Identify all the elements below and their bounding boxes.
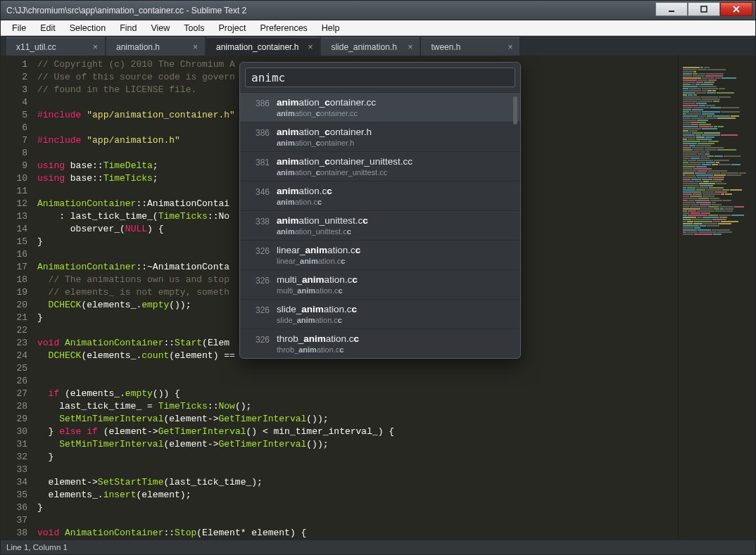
line-number: 21 (1, 312, 27, 324)
result-path: slide_animation.cc (277, 316, 513, 324)
gutter: 1234567891011121314151617181920212223242… (1, 56, 33, 540)
result-text: animation_container.ccanimation_containe… (277, 97, 513, 117)
line-number: 5 (1, 109, 27, 122)
line-number: 19 (1, 286, 27, 299)
result-path: animation_container.h (277, 139, 513, 147)
window-title: C:\JJ\chromium\src\app\animation_contain… (6, 6, 655, 15)
tab-close-icon[interactable]: × (93, 42, 98, 52)
menu-item-tools[interactable]: Tools (177, 22, 211, 34)
code-line (37, 464, 678, 476)
result-text: animation_unittest.ccanimation_unittest.… (277, 215, 513, 236)
goto-result-item[interactable]: 326throb_animation.ccthrob_animation.cc (240, 328, 520, 358)
code-line: } (37, 502, 678, 514)
result-title: animation_unittest.cc (277, 215, 513, 226)
close-button[interactable] (720, 2, 752, 16)
result-text: throb_animation.ccthrob_animation.cc (277, 333, 513, 354)
result-text: multi_animation.ccmulti_animation.cc (277, 274, 513, 295)
goto-result-item[interactable]: 386animation_container.ccanimation_conta… (240, 92, 520, 122)
tab-animation-container-h[interactable]: animation_container.h× (206, 37, 320, 56)
result-path: animation_container_unittest.cc (277, 168, 513, 177)
result-text: animation_container.hanimation_container… (277, 127, 513, 147)
line-number: 26 (1, 375, 27, 388)
menu-item-project[interactable]: Project (212, 22, 253, 34)
svg-rect-0 (669, 11, 674, 12)
tab-animation-h[interactable]: animation.h× (106, 37, 205, 56)
line-number: 9 (1, 160, 27, 172)
result-path: throb_animation.cc (277, 345, 513, 354)
result-path: linear_animation.cc (277, 257, 513, 265)
tab-close-icon[interactable]: × (508, 42, 512, 52)
code-line: last_tick_time_ = TimeTicks::Now(); (37, 400, 678, 413)
line-number: 29 (1, 413, 27, 426)
maximize-button[interactable] (688, 2, 720, 16)
line-number: 35 (1, 489, 27, 502)
result-text: linear_animation.cclinear_animation.cc (277, 245, 513, 265)
line-number: 11 (1, 185, 27, 198)
code-line: element->SetStartTime(last_tick_time_); (37, 476, 678, 489)
line-number: 38 (1, 527, 27, 540)
menu-item-edit[interactable]: Edit (33, 22, 63, 34)
line-number: 8 (1, 147, 27, 160)
result-title: throb_animation.cc (277, 333, 513, 344)
tab-close-icon[interactable]: × (308, 42, 313, 52)
minimap[interactable] (678, 56, 755, 540)
goto-results-list[interactable]: 386animation_container.ccanimation_conta… (240, 92, 520, 358)
goto-result-item[interactable]: 386animation_container.hanimation_contai… (240, 122, 520, 151)
result-score: 346 (246, 186, 270, 197)
line-number: 22 (1, 324, 27, 337)
line-number: 23 (1, 337, 27, 350)
line-number: 32 (1, 451, 27, 464)
goto-result-item[interactable]: 346animation.ccanimation.cc (240, 181, 520, 210)
menu-item-selection[interactable]: Selection (63, 22, 113, 34)
tab-x11-util-cc[interactable]: x11_util.cc× (6, 37, 105, 56)
tab-close-icon[interactable]: × (408, 42, 412, 52)
result-score: 326 (246, 333, 270, 345)
result-title: multi_animation.cc (277, 274, 513, 285)
minimize-button[interactable] (655, 2, 688, 16)
code-line: void AnimationContainer::Stop(Element* e… (37, 527, 678, 540)
goto-result-item[interactable]: 338animation_unittest.ccanimation_unitte… (240, 210, 520, 240)
line-number: 28 (1, 400, 27, 413)
code-line: SetMinTimerInterval(element->GetTimerInt… (37, 438, 678, 451)
code-line: } (37, 451, 678, 464)
result-path: animation.cc (277, 198, 513, 206)
tab-slide-animation-h[interactable]: slide_animation.h× (321, 37, 420, 56)
result-score: 381 (246, 156, 270, 167)
code-line (37, 362, 678, 375)
menu-item-file[interactable]: File (5, 22, 33, 34)
statusbar: Line 1, Column 1 (1, 540, 755, 554)
line-number: 13 (1, 210, 27, 223)
tab-label: animation.h (116, 42, 160, 52)
result-path: multi_animation.cc (277, 286, 513, 295)
goto-result-item[interactable]: 326multi_animation.ccmulti_animation.cc (240, 269, 520, 299)
goto-result-item[interactable]: 326slide_animation.ccslide_animation.cc (240, 299, 520, 328)
result-title: linear_animation.cc (277, 245, 513, 255)
line-number: 10 (1, 172, 27, 185)
menu-item-help[interactable]: Help (315, 22, 347, 34)
tab-label: slide_animation.h (331, 42, 396, 52)
goto-input[interactable] (245, 68, 515, 87)
line-number: 36 (1, 502, 27, 514)
svg-rect-1 (701, 6, 707, 12)
result-title: animation_container.cc (277, 97, 513, 108)
goto-anything-panel[interactable]: 386animation_container.ccanimation_conta… (239, 62, 521, 359)
result-score: 326 (246, 245, 270, 256)
goto-result-item[interactable]: 381animation_container_unittest.ccanimat… (240, 151, 520, 181)
menu-item-preferences[interactable]: Preferences (253, 22, 314, 34)
code-line (37, 375, 678, 388)
goto-result-item[interactable]: 326linear_animation.cclinear_animation.c… (240, 240, 520, 269)
menu-item-view[interactable]: View (144, 22, 177, 34)
result-title: animation.cc (277, 186, 513, 196)
line-number: 20 (1, 299, 27, 312)
result-path: animation_container.cc (277, 109, 513, 117)
menu-item-find[interactable]: Find (113, 22, 144, 34)
close-icon (733, 6, 740, 13)
scrollbar-thumb[interactable] (513, 96, 517, 125)
tab-tween-h[interactable]: tween.h× (421, 37, 519, 56)
result-score: 326 (246, 274, 270, 286)
line-number: 6 (1, 122, 27, 134)
result-path: animation_unittest.cc (277, 227, 513, 236)
code-line (37, 514, 678, 527)
code-line: if (elements_.empty()) { (37, 388, 678, 400)
tab-close-icon[interactable]: × (193, 42, 198, 52)
